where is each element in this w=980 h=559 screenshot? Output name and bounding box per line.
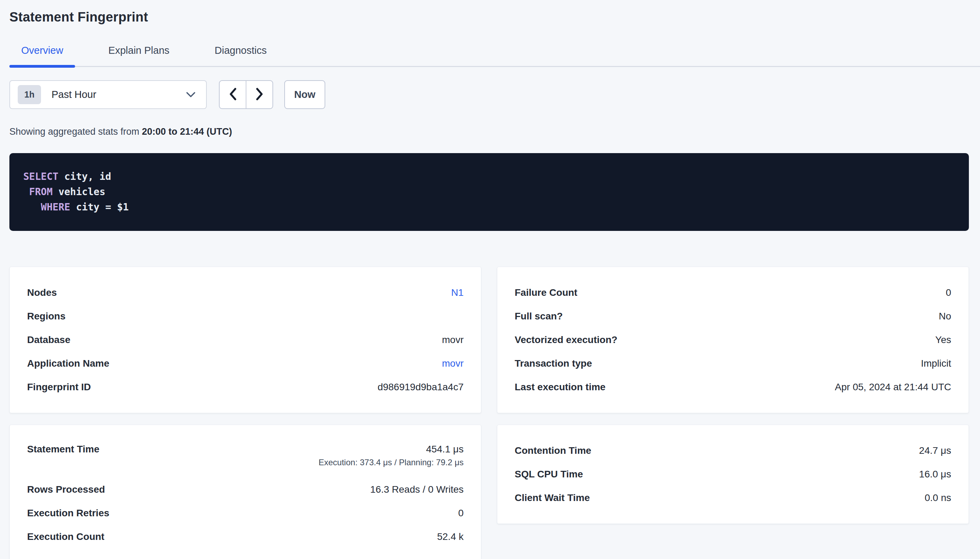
- chevron-left-icon: [229, 88, 237, 102]
- table-row: Full scan? No: [515, 304, 951, 328]
- row-label: Vectorized execution?: [515, 334, 617, 346]
- page-title: Statement Fingerprint: [9, 0, 980, 25]
- row-label: Regions: [27, 311, 65, 322]
- row-label: Transaction type: [515, 358, 592, 369]
- statement-time-value-stack: 454.1 μs Execution: 373.4 μs / Planning:…: [319, 444, 464, 467]
- row-value: No: [939, 311, 951, 322]
- row-value: Yes: [935, 334, 951, 346]
- table-row: SQL CPU Time 16.0 μs: [515, 463, 951, 486]
- table-row: Client Wait Time 0.0 ns: [515, 486, 951, 510]
- table-row: Rows Processed 16.3 Reads / 0 Writes: [27, 478, 464, 501]
- row-label: Nodes: [27, 287, 57, 298]
- aggregated-stats-line: Showing aggregated stats from 20:00 to 2…: [9, 126, 980, 137]
- time-range-label: Past Hour: [51, 89, 96, 100]
- table-row: Statement Time 454.1 μs Execution: 373.4…: [27, 439, 464, 478]
- table-row: Application Name movr: [27, 352, 464, 375]
- row-label: Rows Processed: [27, 484, 105, 495]
- table-row: Nodes N1: [27, 281, 464, 304]
- now-button[interactable]: Now: [284, 80, 325, 109]
- row-label: Database: [27, 334, 71, 346]
- previous-interval-button[interactable]: [220, 81, 246, 108]
- table-row: Database movr: [27, 328, 464, 352]
- aggregated-stats-range: 20:00 to 21:44 (UTC): [142, 126, 232, 137]
- row-label: Failure Count: [515, 287, 577, 298]
- row-value: 0.0 ns: [925, 492, 951, 503]
- row-value: 16.0 μs: [919, 469, 951, 480]
- row-label: SQL CPU Time: [515, 469, 583, 480]
- row-label: Execution Retries: [27, 508, 109, 519]
- row-label: Full scan?: [515, 311, 563, 322]
- sql-line: FROM vehicles: [23, 184, 955, 200]
- table-row: Failure Count 0: [515, 281, 951, 304]
- table-row: Vectorized execution? Yes: [515, 328, 951, 352]
- chevron-down-icon: [186, 92, 196, 98]
- time-range-badge: 1h: [18, 85, 41, 104]
- row-value: 0: [458, 508, 464, 519]
- execution-attributes-card: Failure Count 0 Full scan? No Vectorized…: [497, 267, 969, 413]
- table-row: Transaction type Implicit: [515, 352, 951, 375]
- next-interval-button[interactable]: [246, 81, 272, 108]
- time-range-pager: [219, 80, 273, 109]
- fingerprint-id-value: d986919d9ba1a4c7: [377, 382, 464, 393]
- nodes-link[interactable]: N1: [451, 287, 464, 298]
- sql-keyword: FROM: [29, 186, 53, 198]
- sql-keyword: WHERE: [41, 202, 70, 213]
- statement-times-card: Statement Time 454.1 μs Execution: 373.4…: [9, 425, 481, 559]
- statement-details-card: Nodes N1 Regions Database movr Applicati…: [9, 267, 481, 413]
- row-value: 454.1 μs: [426, 444, 464, 455]
- row-label: Application Name: [27, 358, 109, 369]
- row-value: movr: [442, 334, 464, 346]
- row-label: Fingerprint ID: [27, 382, 91, 393]
- sql-statement-box: SELECT city, id FROM vehicles WHERE city…: [9, 153, 969, 231]
- summary-cards-grid: Nodes N1 Regions Database movr Applicati…: [9, 267, 969, 559]
- row-label: Last execution time: [515, 382, 605, 393]
- statement-time-breakdown: Execution: 373.4 μs / Planning: 79.2 μs: [319, 458, 464, 467]
- table-row: Fingerprint ID d986919d9ba1a4c7: [27, 375, 464, 399]
- time-selector-row: 1h Past Hour Now: [9, 80, 980, 109]
- sql-line: SELECT city, id: [23, 169, 955, 184]
- tab-explain-plans[interactable]: Explain Plans: [96, 45, 181, 66]
- time-range-dropdown[interactable]: 1h Past Hour: [9, 80, 207, 109]
- table-row: Regions: [27, 304, 464, 328]
- tab-overview[interactable]: Overview: [9, 45, 75, 66]
- chevron-right-icon: [255, 88, 264, 102]
- tabbar: Overview Explain Plans Diagnostics: [9, 45, 980, 67]
- wait-times-card: Contention Time 24.7 μs SQL CPU Time 16.…: [497, 425, 969, 524]
- sql-line: WHERE city = $1: [23, 200, 955, 215]
- row-label: Client Wait Time: [515, 492, 590, 503]
- row-label: Contention Time: [515, 445, 591, 456]
- row-value: 52.4 k: [437, 531, 464, 542]
- row-value: 16.3 Reads / 0 Writes: [370, 484, 464, 495]
- table-row: Contention Time 24.7 μs: [515, 439, 951, 463]
- row-label: Statement Time: [27, 444, 99, 455]
- row-value: Implicit: [921, 358, 951, 369]
- table-row: Last execution time Apr 05, 2024 at 21:4…: [515, 375, 951, 399]
- statement-fingerprint-page: Statement Fingerprint Overview Explain P…: [0, 0, 980, 559]
- row-value: 0: [945, 287, 951, 298]
- aggregated-stats-prefix: Showing aggregated stats from: [9, 126, 142, 137]
- application-name-link[interactable]: movr: [442, 358, 464, 369]
- table-row: Execution Count 52.4 k: [27, 525, 464, 549]
- row-label: Execution Count: [27, 531, 104, 542]
- tab-diagnostics[interactable]: Diagnostics: [203, 45, 279, 66]
- last-execution-time-value: Apr 05, 2024 at 21:44 UTC: [835, 382, 951, 393]
- sql-keyword: SELECT: [23, 171, 58, 182]
- row-value: 24.7 μs: [919, 445, 951, 456]
- table-row: Execution Retries 0: [27, 501, 464, 525]
